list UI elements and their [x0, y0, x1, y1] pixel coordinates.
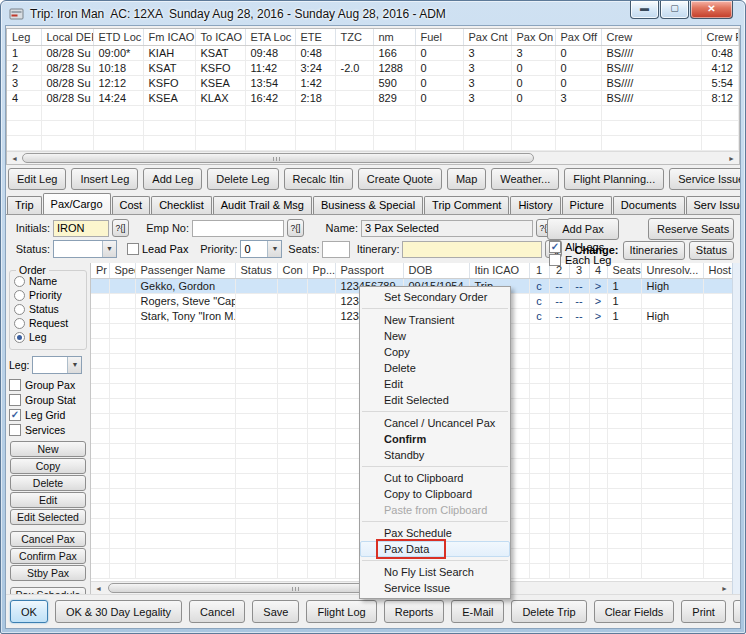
clear-fields-button[interactable]: Clear Fields	[594, 600, 675, 623]
order-option-request[interactable]: Request	[14, 317, 82, 330]
scroll-right-icon[interactable]: ►	[724, 152, 739, 164]
change-status-button[interactable]: Status	[689, 241, 734, 260]
group-stat-option[interactable]: ✓ Group Stat	[9, 393, 87, 407]
column-header[interactable]: Pr	[91, 263, 109, 279]
priority-select[interactable]: 0 ▼	[240, 240, 282, 258]
each-leg-checkbox[interactable]: ✓	[549, 254, 561, 266]
column-header[interactable]: Pax On	[511, 29, 555, 45]
print-button[interactable]: Print	[681, 600, 726, 623]
save-button[interactable]: Save	[252, 600, 299, 623]
tab-pax-cargo[interactable]: Pax/Cargo	[43, 193, 111, 214]
insert-leg-button[interactable]: Insert Leg	[71, 168, 138, 190]
tab-business-special[interactable]: Business & Special	[313, 196, 423, 214]
edit-leg-button[interactable]: Edit Leg	[8, 168, 66, 190]
emp-no-lookup-button[interactable]: ?{]	[287, 219, 304, 237]
group-pax-checkbox[interactable]: ✓	[9, 379, 21, 391]
tab-serv-issues[interactable]: Serv Issues	[686, 196, 742, 214]
stby-pax-button[interactable]: Stby Pax	[10, 565, 86, 581]
email-button[interactable]: E-Mail	[451, 600, 504, 623]
ok-30-day-legality-button[interactable]: OK & 30 Day Legality	[55, 600, 182, 623]
column-header[interactable]: Status	[235, 263, 277, 279]
change-itineraries-button[interactable]: Itineraries	[623, 241, 685, 260]
column-header[interactable]: ETA Loc	[245, 29, 295, 45]
menu-item-new-transient[interactable]: New Transient	[360, 312, 510, 328]
delete-button[interactable]: Delete	[10, 475, 86, 491]
menu-item-pax-schedule[interactable]: Pax Schedule	[360, 525, 510, 541]
menu-item-set-secondary-order[interactable]: Set Secondary Order	[360, 289, 510, 305]
scroll-right-icon[interactable]: ►	[717, 582, 732, 594]
menu-item-cancel-uncancel-pax[interactable]: Cancel / Uncancel Pax	[360, 415, 510, 431]
recalc-itin-button[interactable]: Recalc Itin	[284, 168, 353, 190]
initials-lookup-button[interactable]: ?{]	[112, 219, 129, 237]
help-button[interactable]: Help	[733, 600, 741, 623]
create-quote-button[interactable]: Create Quote	[358, 168, 442, 190]
table-row[interactable]: 308/28 Su12:12KSFOKSEA13:541:42 5900300B…	[7, 75, 739, 90]
column-header[interactable]: Pax Off	[555, 29, 601, 45]
legs-scroll-track[interactable]	[22, 152, 724, 164]
column-header[interactable]: nm	[373, 29, 415, 45]
column-header[interactable]: Crew Flt	[701, 29, 739, 45]
confirm-pax-button[interactable]: Confirm Pax	[10, 548, 86, 564]
order-option-leg[interactable]: Leg	[14, 331, 82, 344]
radio-icon[interactable]	[14, 290, 25, 301]
delete-trip-button[interactable]: Delete Trip	[511, 600, 586, 623]
initials-input[interactable]	[53, 220, 109, 237]
maximize-button[interactable]: ▢	[660, 1, 689, 19]
reports-button[interactable]: Reports	[384, 600, 445, 623]
tab-trip-comment[interactable]: Trip Comment	[424, 196, 509, 214]
tab-history[interactable]: History	[510, 196, 560, 214]
tab-checklist[interactable]: Checklist	[151, 196, 212, 214]
column-header[interactable]: ETD Loc	[93, 29, 143, 45]
add-pax-button[interactable]: Add Pax	[547, 218, 619, 240]
radio-icon[interactable]	[14, 276, 25, 287]
flight-planning-button[interactable]: Flight Planning...	[564, 168, 664, 190]
menu-item-edit[interactable]: Edit	[360, 376, 510, 392]
map-button[interactable]: Map	[447, 168, 486, 190]
flight-log-button[interactable]: Flight Log	[306, 600, 376, 623]
column-header[interactable]: Con	[277, 263, 307, 279]
column-header[interactable]: Crew	[601, 29, 701, 45]
emp-no-input[interactable]	[192, 220, 284, 237]
column-header[interactable]: Itin ICAO	[469, 263, 529, 279]
menu-item-edit-selected[interactable]: Edit Selected	[360, 392, 510, 408]
column-header[interactable]: Passenger Name	[135, 263, 235, 279]
delete-leg-button[interactable]: Delete Leg	[207, 168, 278, 190]
order-option-status[interactable]: Status	[14, 303, 82, 316]
column-header[interactable]: ETE	[295, 29, 335, 45]
menu-item-pax-data[interactable]: Pax Data	[360, 541, 510, 557]
edit-button[interactable]: Edit	[10, 492, 86, 508]
tab-trip[interactable]: Trip	[7, 196, 42, 214]
scroll-left-icon[interactable]: ◄	[91, 582, 106, 594]
pax-schedule-button[interactable]: Pax Schedule	[10, 587, 86, 595]
menu-item-confirm[interactable]: Confirm	[360, 431, 510, 447]
menu-item-service-issue[interactable]: Service Issue	[360, 580, 510, 596]
copy-button[interactable]: Copy	[10, 458, 86, 474]
cancel-button[interactable]: Cancel	[189, 600, 245, 623]
add-leg-button[interactable]: Add Leg	[143, 168, 202, 190]
reserve-seats-button[interactable]: Reserve Seats	[648, 218, 734, 240]
order-option-name[interactable]: Name	[14, 275, 82, 288]
tab-documents[interactable]: Documents	[613, 196, 685, 214]
column-header[interactable]: Pp...	[307, 263, 335, 279]
menu-item-copy[interactable]: Copy	[360, 344, 510, 360]
close-button[interactable]: ✕	[690, 1, 733, 19]
column-header[interactable]: Passport	[335, 263, 403, 279]
column-header[interactable]: Host	[703, 263, 732, 279]
tab-picture[interactable]: Picture	[562, 196, 612, 214]
service-issue-button[interactable]: Service Issue	[669, 168, 741, 190]
edit-selected-button[interactable]: Edit Selected	[10, 509, 86, 525]
menu-item-standby[interactable]: Standby	[360, 447, 510, 463]
column-header[interactable]: Seats	[607, 263, 641, 279]
itinerary-input[interactable]	[402, 241, 542, 258]
all-legs-checkbox[interactable]: ✓	[549, 241, 561, 253]
cancel-pax-button[interactable]: Cancel Pax	[10, 531, 86, 547]
column-header[interactable]: Unresolv...	[641, 263, 703, 279]
column-header[interactable]: Pax Cnt	[463, 29, 511, 45]
minimize-button[interactable]: ▬	[630, 1, 659, 19]
services-option[interactable]: ✓ Services	[9, 423, 87, 437]
tab-audit-trail[interactable]: Audit Trail & Msg	[213, 196, 312, 214]
legs-grid-hscrollbar[interactable]: ◄ ►	[7, 151, 739, 164]
leg-grid-checkbox[interactable]: ✓	[9, 409, 21, 421]
column-header[interactable]: TZC	[335, 29, 373, 45]
order-option-priority[interactable]: Priority	[14, 289, 82, 302]
